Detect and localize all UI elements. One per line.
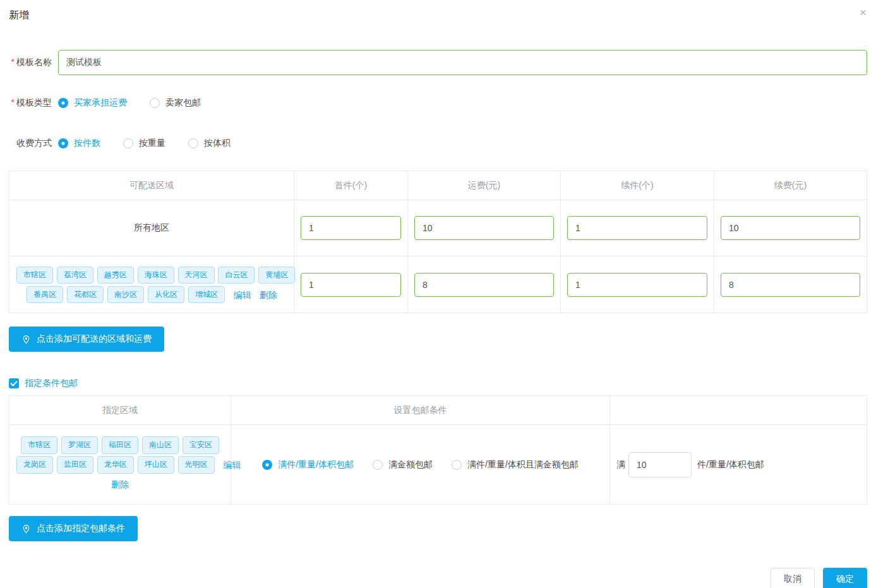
ship-fee-input-custom[interactable] [414, 273, 554, 297]
page-title: 新增 [9, 0, 867, 22]
free-shipping-condition-table: 指定区域 设置包邮条件 市辖区 罗湖区 福田区 南山区 宝安区 龙岗区 [9, 395, 867, 505]
first-qty-input-custom[interactable] [301, 273, 401, 297]
radio-label: 满件/重量/体积且满金额包邮 [467, 459, 579, 471]
condition-row: 市辖区 罗湖区 福田区 南山区 宝安区 龙岗区 盐田区 龙华区 坪山区 光明区 … [9, 425, 867, 505]
col-header-ship-fee: 运费(元) [408, 171, 561, 200]
condition-tags-line-2: 龙岗区 盐田区 龙华区 坪山区 光明区 编辑 [16, 455, 224, 474]
area-tags-line-2: 番禺区 花都区 南沙区 从化区 增城区 编辑 删除 [16, 284, 287, 304]
area-tag: 越秀区 [97, 267, 134, 284]
radio-checked-icon [58, 138, 68, 148]
radio-label: 卖家包邮 [165, 97, 201, 109]
next-fee-input-all[interactable] [721, 216, 860, 240]
conditional-free-shipping-toggle[interactable]: 指定条件包邮 [9, 378, 867, 389]
threshold-suffix: 件/重量/体积包邮 [697, 459, 764, 471]
radio-buyer-pays-shipping[interactable]: 买家承担运费 [58, 97, 127, 109]
radio-unchecked-icon [188, 138, 198, 148]
condition-tags-line-1: 市辖区 罗湖区 福田区 南山区 宝安区 [16, 435, 224, 455]
area-tag: 市辖区 [21, 436, 57, 454]
radio-unchecked-icon [452, 460, 462, 470]
template-name-label: *模板名称 [9, 57, 52, 68]
table-row-all-areas: 所有地区 [9, 200, 867, 256]
col-header-delivery-area: 可配送区域 [9, 171, 294, 200]
radio-unchecked-icon [373, 460, 383, 470]
col-header-first-qty: 首件(个) [294, 171, 408, 200]
area-tag: 南沙区 [107, 286, 144, 304]
radio-checked-icon [58, 98, 68, 108]
delete-areas-link[interactable]: 删除 [260, 290, 277, 300]
template-name-row: *模板名称 [9, 50, 867, 75]
radio-unchecked-icon [123, 138, 133, 148]
checkbox-checked-icon [9, 378, 19, 388]
first-qty-input-all[interactable] [301, 216, 401, 240]
radio-label: 满金额包邮 [388, 459, 433, 471]
area-tag: 光明区 [178, 456, 215, 474]
cancel-button[interactable]: 取消 [771, 568, 815, 588]
area-tag: 从化区 [148, 286, 184, 304]
charge-method-row: 收费方式 按件数 按重量 按体积 [9, 138, 867, 149]
table-row-custom-areas: 市辖区 荔湾区 越秀区 海珠区 天河区 白云区 黄埔区 番禺区 花都区 南沙区 … [9, 256, 867, 313]
dialog-footer: 取消 确定 [9, 568, 867, 588]
edit-areas-link[interactable]: 编辑 [234, 290, 251, 300]
area-tag: 龙岗区 [16, 456, 53, 474]
col-header-condition: 设置包邮条件 [231, 396, 610, 425]
conditional-free-shipping-label: 指定条件包邮 [25, 378, 78, 389]
radio-qty-and-amount-free[interactable]: 满件/重量/体积且满金额包邮 [452, 459, 579, 471]
all-areas-label: 所有地区 [134, 222, 169, 232]
radio-checked-icon [262, 460, 272, 470]
area-tag: 黄埔区 [258, 267, 295, 284]
template-name-label-text: 模板名称 [16, 57, 52, 67]
shipping-fee-table: 可配送区域 首件(个) 运费(元) 续件(个) 续费(元) 所有地区 市辖区 荔… [9, 171, 867, 313]
col-header-next-qty: 续件(个) [561, 171, 714, 200]
area-tags-line-1: 市辖区 荔湾区 越秀区 海珠区 天河区 白云区 黄埔区 [16, 265, 287, 284]
required-mark: * [11, 57, 15, 67]
edit-condition-areas-link[interactable]: 编辑 [223, 460, 241, 470]
charge-method-label-text: 收费方式 [16, 138, 52, 148]
threshold-value-input[interactable] [628, 452, 692, 477]
radio-label: 按件数 [74, 138, 100, 149]
radio-by-volume[interactable]: 按体积 [188, 138, 231, 149]
threshold-setting: 满 件/重量/体积包邮 [616, 452, 860, 477]
template-type-label-text: 模板类型 [16, 97, 52, 107]
radio-unchecked-icon [150, 98, 160, 108]
add-delivery-area-label: 点击添加可配送的区域和运费 [37, 333, 152, 345]
area-tag: 花都区 [67, 286, 104, 304]
radio-label: 按重量 [139, 138, 165, 149]
add-delivery-area-button[interactable]: 点击添加可配送的区域和运费 [9, 327, 164, 352]
area-tag: 坪山区 [138, 456, 174, 474]
confirm-button[interactable]: 确定 [823, 568, 867, 588]
area-tag: 市辖区 [16, 267, 53, 284]
radio-label: 按体积 [204, 138, 231, 149]
area-tag: 增城区 [188, 286, 225, 304]
area-tag: 宝安区 [183, 436, 219, 454]
location-pin-icon [21, 524, 31, 534]
area-tag: 番禺区 [27, 286, 63, 304]
area-tag: 南山区 [142, 436, 179, 454]
radio-seller-free-shipping[interactable]: 卖家包邮 [150, 97, 201, 109]
next-fee-input-custom[interactable] [721, 273, 860, 297]
ship-fee-input-all[interactable] [414, 216, 554, 240]
area-tag: 福田区 [102, 436, 138, 454]
radio-by-weight[interactable]: 按重量 [123, 138, 165, 149]
table-header-row: 可配送区域 首件(个) 运费(元) 续件(个) 续费(元) [9, 171, 867, 200]
col-header-specified-area: 指定区域 [9, 396, 231, 425]
add-free-shipping-condition-label: 点击添加指定包邮条件 [37, 523, 125, 534]
template-name-input[interactable] [58, 50, 867, 75]
radio-amount-free[interactable]: 满金额包邮 [373, 459, 433, 471]
area-tag: 白云区 [218, 267, 255, 284]
area-tag: 盐田区 [57, 456, 93, 474]
col-header-next-fee: 续费(元) [714, 171, 867, 200]
delete-condition-areas-link[interactable]: 删除 [111, 479, 129, 489]
col-header-blank [610, 396, 867, 425]
next-qty-input-all[interactable] [567, 216, 707, 240]
close-icon[interactable]: × [860, 6, 867, 18]
next-qty-input-custom[interactable] [567, 273, 707, 297]
condition-tags-line-3: 删除 [16, 474, 224, 494]
location-pin-icon [21, 335, 31, 344]
radio-by-quantity[interactable]: 按件数 [58, 138, 100, 149]
radio-qty-weight-volume-free[interactable]: 满件/重量/体积包邮 [262, 459, 354, 471]
add-free-shipping-condition-button[interactable]: 点击添加指定包邮条件 [9, 516, 138, 541]
template-type-label: *模板类型 [9, 97, 52, 109]
table-header-row: 指定区域 设置包邮条件 [9, 396, 867, 425]
radio-label: 买家承担运费 [74, 97, 127, 109]
add-shipping-template-dialog: 新增 × *模板名称 *模板类型 买家承担运费 卖家包邮 收费方式 按件数 按重… [0, 0, 876, 588]
